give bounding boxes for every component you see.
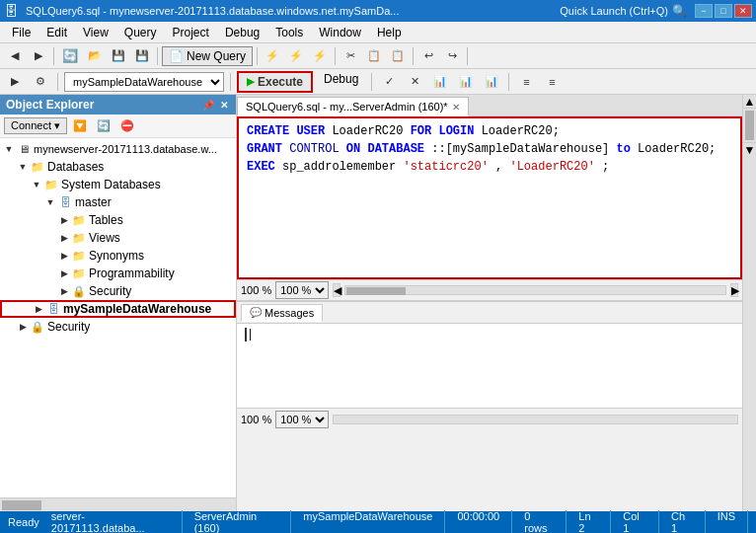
tree-synonyms[interactable]: ▶ 📁 Synonyms [0,247,236,265]
menu-project[interactable]: Project [165,24,217,41]
zoom-scroll-right[interactable]: ▶ [730,283,738,297]
tree-security-master[interactable]: ▶ 🔒 Security [0,282,236,300]
status-ready: Ready [8,516,39,528]
server-icon: 🖥 [16,141,32,157]
close-button[interactable]: ✕ [734,4,752,18]
server-expander[interactable]: ▼ [2,142,16,156]
synonyms-icon: 📁 [71,248,87,264]
security-top-expander[interactable]: ▶ [16,320,30,334]
tb-btn1[interactable]: ⚡ [262,45,283,67]
results-content[interactable]: | [237,324,742,408]
zoom-select[interactable]: 100 % [275,281,329,299]
synonyms-expander[interactable]: ▶ [57,249,71,263]
tree-tables[interactable]: ▶ 📁 Tables [0,211,236,229]
oe-scrollbar-thumb[interactable] [2,500,41,510]
sep4 [335,47,336,65]
maximize-button[interactable]: □ [715,4,732,18]
editor-tab[interactable]: SQLQuery6.sql - my...ServerAdmin (160)* … [237,97,469,116]
tb2-btn1[interactable]: ▶ [4,71,26,93]
menu-debug[interactable]: Debug [217,24,267,41]
open-button[interactable]: 📂 [84,45,106,67]
oe-scrollbar-h[interactable] [0,497,236,511]
menu-query[interactable]: Query [116,24,165,41]
execute-label: Execute [258,75,303,89]
tb2-btn7[interactable]: ≡ [541,71,563,93]
object-explorer-header: Object Explorer 📌 ✕ [0,95,236,114]
results-scrollbar[interactable] [333,415,738,424]
results-zoom-select[interactable]: 100 % [275,411,329,428]
v-scroll-down[interactable]: ▼ [743,142,756,156]
tb-btn4[interactable]: ✂ [340,45,361,67]
tb2-btn5[interactable]: 📊 [481,71,502,93]
oe-filter-button[interactable]: 🔽 [69,115,91,137]
menu-help[interactable]: Help [369,24,410,41]
tb-btn6[interactable]: 📋 [387,45,409,67]
v-scroll-thumb[interactable] [745,111,754,140]
programmability-icon: 📁 [71,266,87,281]
menu-file[interactable]: File [4,24,38,41]
connect-button[interactable]: Connect ▾ [4,117,67,134]
oe-pin-button[interactable]: 📌 [200,100,216,111]
new-query-button[interactable]: 📄 New Query [162,46,253,66]
forward-button[interactable]: ▶ [28,45,49,67]
editor-tab-close[interactable]: ✕ [452,102,460,113]
security-master-expander[interactable]: ▶ [57,284,71,298]
editor-v-scrollbar[interactable]: ▲ ▼ [742,95,756,511]
tb2-btn3[interactable]: 📊 [429,71,451,93]
tree-security-top[interactable]: ▶ 🔒 Security [0,318,236,336]
databases-expander[interactable]: ▼ [16,160,30,174]
undo2-button[interactable]: ↩ [417,45,439,67]
oe-close-button[interactable]: ✕ [218,100,230,111]
undo-button[interactable]: 🔄 [58,45,82,67]
tb-btn2[interactable]: ⚡ [285,45,307,67]
menu-tools[interactable]: Tools [267,24,311,41]
new-query-label: New Query [187,49,246,63]
oe-refresh-button[interactable]: 🔄 [93,115,114,137]
tb2-btn2[interactable]: ⚙ [30,71,51,93]
database-dropdown[interactable]: mySampleDataWarehouse [64,72,224,92]
menu-view[interactable]: View [75,24,116,41]
tree-master[interactable]: ▼ 🗄 master [0,193,236,211]
execute-button[interactable]: ▶ Execute [237,71,313,93]
v-scroll-up[interactable]: ▲ [743,95,756,109]
zoom-thumb[interactable] [346,287,406,295]
tree-views[interactable]: ▶ 📁 Views [0,229,236,247]
sep1 [53,47,54,65]
cancel-button[interactable]: ✕ [404,71,425,93]
menu-edit[interactable]: Edit [38,24,75,41]
results-zoom-label: 100 % [241,414,271,425]
cursor-indicator: | [245,328,254,342]
tb-btn3[interactable]: ⚡ [309,45,331,67]
messages-tab[interactable]: 💬 Messages [241,304,323,322]
mysampledw-expander[interactable]: ▶ [32,302,45,316]
tree-databases[interactable]: ▼ 📁 Databases [0,158,236,176]
tb2-btn4[interactable]: 📊 [455,71,477,93]
tree-server[interactable]: ▼ 🖥 mynewserver-20171113.database.w... [0,140,236,158]
parse-button[interactable]: ✓ [378,71,400,93]
tree-system-dbs[interactable]: ▼ 📁 System Databases [0,176,236,193]
redo-button[interactable]: ↪ [441,45,463,67]
zoom-scroll-left[interactable]: ◀ [333,283,340,297]
tb2-btn6[interactable]: ≡ [515,71,537,93]
oe-stop-button[interactable]: ⛔ [116,115,138,137]
save-button[interactable]: 💾 [108,45,129,67]
views-expander[interactable]: ▶ [57,231,71,245]
debug-button[interactable]: Debug [317,71,365,93]
tables-label: Tables [89,213,123,227]
tb-btn5[interactable]: 📋 [363,45,385,67]
tree-mysampledw[interactable]: ▶ 🗄 mySampleDataWarehouse [0,300,236,318]
master-expander[interactable]: ▼ [43,195,57,209]
zoom-scrollbar[interactable] [344,285,726,295]
menu-window[interactable]: Window [311,24,369,41]
programmability-expander[interactable]: ▶ [57,266,71,280]
code-editor[interactable]: CREATE USER LoaderRC20 FOR LOGIN LoaderR… [237,116,742,279]
code-line-1: CREATE USER LoaderRC20 FOR LOGIN LoaderR… [247,122,732,140]
tree-programmability[interactable]: ▶ 📁 Programmability [0,265,236,282]
tables-expander[interactable]: ▶ [57,213,71,227]
save-all-button[interactable]: 💾 [131,45,153,67]
back-button[interactable]: ◀ [4,45,26,67]
security-top-label: Security [47,320,90,334]
views-label: Views [89,231,120,245]
minimize-button[interactable]: − [695,4,713,18]
systemdbs-expander[interactable]: ▼ [30,178,43,191]
